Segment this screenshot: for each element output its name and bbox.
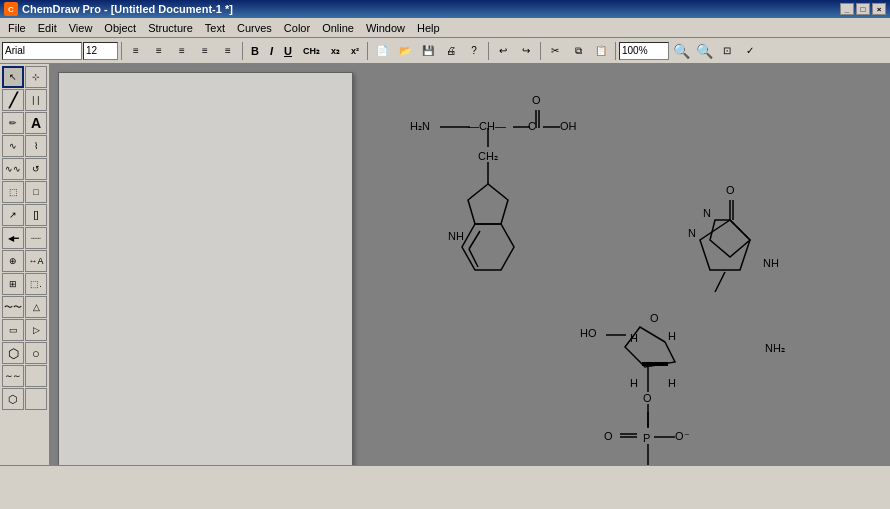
menu-bar: File Edit View Object Structure Text Cur… <box>0 18 890 38</box>
minimize-button[interactable]: _ <box>840 3 854 15</box>
chain-tool[interactable]: ⌇ <box>25 135 47 157</box>
tool-row-15: ⬡ <box>2 388 47 410</box>
placeholder-tool[interactable] <box>25 365 47 387</box>
guanine-n1: N <box>688 227 696 239</box>
circle-tool[interactable]: ○ <box>25 342 47 364</box>
benz-double1 <box>469 231 480 249</box>
select-arrow-tool[interactable]: ↖ <box>2 66 24 88</box>
bond-ruler-tool[interactable]: ∣∣ <box>25 89 47 111</box>
undo-button[interactable]: ↩ <box>492 41 514 61</box>
align-justify-button[interactable]: ≡ <box>194 41 216 61</box>
hex-ring-tool[interactable]: ⬡ <box>2 342 24 364</box>
menu-file[interactable]: File <box>2 18 32 38</box>
format-toolbar: Arial 12 ≡ ≡ ≡ ≡ ≡ B I U CH₂ x₂ x² 📄 📂 💾… <box>0 38 890 64</box>
ribose-h2: H <box>668 330 676 342</box>
rotate-tool[interactable]: ↺ <box>25 158 47 180</box>
guanine-nh2: NH₂ <box>765 342 785 354</box>
font-selector[interactable]: Arial <box>2 42 82 60</box>
status-bar <box>0 465 890 485</box>
bold-button[interactable]: B <box>246 42 264 60</box>
menu-window[interactable]: Window <box>360 18 411 38</box>
save-button[interactable]: 💾 <box>417 41 439 61</box>
tool-row-3: ✏ A <box>2 112 47 134</box>
ribose-o-ring: O <box>650 312 659 324</box>
tool-row-2: ╱ ∣∣ <box>2 89 47 111</box>
zoom-fit-button[interactable]: ⊡ <box>716 41 738 61</box>
3d-tool[interactable]: ⬡ <box>2 388 24 410</box>
placeholder2-tool[interactable] <box>25 388 47 410</box>
imidazole-ring <box>710 220 750 257</box>
paste-button[interactable]: 📋 <box>590 41 612 61</box>
drawing-area[interactable]: H₂N —CH— C O OH CH₂ <box>50 64 890 465</box>
window-controls[interactable]: _ □ × <box>840 3 886 15</box>
guanine-n2: N <box>703 207 711 219</box>
orbital-tool[interactable]: ∿ <box>2 135 24 157</box>
new-button[interactable]: 📄 <box>371 41 393 61</box>
ribose-ho: HO <box>580 327 597 339</box>
menu-edit[interactable]: Edit <box>32 18 63 38</box>
size-selector[interactable]: 12 <box>83 42 118 60</box>
benz-double2 <box>469 249 478 267</box>
underline-button[interactable]: U <box>279 42 297 60</box>
bracket-tool[interactable]: [] <box>25 204 47 226</box>
chemistry-canvas[interactable]: H₂N —CH— C O OH CH₂ <box>410 72 890 465</box>
checkmark-button[interactable]: ✓ <box>739 41 761 61</box>
close-button[interactable]: × <box>872 3 886 15</box>
redo-button[interactable]: ↪ <box>515 41 537 61</box>
italic-button[interactable]: I <box>265 42 278 60</box>
shape2-tool[interactable]: ▷ <box>25 319 47 341</box>
ribose-h1: H <box>630 332 638 344</box>
ribose-h4: H <box>668 377 676 389</box>
subscript2-button[interactable]: CH₂ <box>298 42 325 60</box>
align-center-button[interactable]: ≡ <box>148 41 170 61</box>
tool-row-7: ↗ [] <box>2 204 47 226</box>
help-button[interactable]: ? <box>463 41 485 61</box>
tool-row-1: ↖ ⊹ <box>2 66 47 88</box>
menu-object[interactable]: Object <box>98 18 142 38</box>
maximize-button[interactable]: □ <box>856 3 870 15</box>
dotted-box-tool[interactable]: ⬚. <box>25 273 47 295</box>
pencil-tool[interactable]: ✏ <box>2 112 24 134</box>
rect-tool[interactable]: □ <box>25 181 47 203</box>
superscript-button[interactable]: x² <box>346 42 364 60</box>
copy-button[interactable]: ⧉ <box>567 41 589 61</box>
cut-button[interactable]: ✂ <box>544 41 566 61</box>
lasso-tool[interactable]: ⊹ <box>25 66 47 88</box>
nh-label: NH <box>448 230 464 242</box>
text-tool[interactable]: A <box>25 112 47 134</box>
menu-view[interactable]: View <box>63 18 99 38</box>
subscript-button[interactable]: x₂ <box>326 42 345 60</box>
app-icon: C <box>4 2 18 16</box>
open-button[interactable]: 📂 <box>394 41 416 61</box>
shape-tool[interactable]: △ <box>25 296 47 318</box>
zoom-selector[interactable]: 100% <box>619 42 669 60</box>
align-left-button[interactable]: ≡ <box>125 41 147 61</box>
menu-color[interactable]: Color <box>278 18 316 38</box>
menu-text[interactable]: Text <box>199 18 231 38</box>
title-text: ChemDraw Pro - [Untitled Document-1 *] <box>22 3 840 15</box>
wave2-tool[interactable]: ∼∼ <box>2 365 24 387</box>
tool-row-8: ◀━ ┄┄ <box>2 227 47 249</box>
menu-online[interactable]: Online <box>316 18 360 38</box>
nh2-label: H₂N <box>410 120 430 132</box>
wave-tool[interactable]: 〜〜 <box>2 296 24 318</box>
bond-single-tool[interactable]: ╱ <box>2 89 24 111</box>
align-extra-button[interactable]: ≡ <box>217 41 239 61</box>
menu-structure[interactable]: Structure <box>142 18 199 38</box>
atom-map-tool[interactable]: ⊕ <box>2 250 24 272</box>
arrow-tool[interactable]: ↗ <box>2 204 24 226</box>
rect-shape-tool[interactable]: ▭ <box>2 319 24 341</box>
align-right-button[interactable]: ≡ <box>171 41 193 61</box>
bond-wavy-tool[interactable]: ∿∿ <box>2 158 24 180</box>
marquee-tool[interactable]: ⬚ <box>2 181 24 203</box>
menu-help[interactable]: Help <box>411 18 446 38</box>
zoom-in-button[interactable]: 🔍 <box>670 41 692 61</box>
document-page <box>58 72 353 465</box>
print-button[interactable]: 🖨 <box>440 41 462 61</box>
menu-curves[interactable]: Curves <box>231 18 278 38</box>
scale-tool[interactable]: ↔A <box>25 250 47 272</box>
grid-tool[interactable]: ⊞ <box>2 273 24 295</box>
dash-bond-tool[interactable]: ┄┄ <box>25 227 47 249</box>
wedge-bond-tool[interactable]: ◀━ <box>2 227 24 249</box>
zoom-out-button[interactable]: 🔍 <box>693 41 715 61</box>
